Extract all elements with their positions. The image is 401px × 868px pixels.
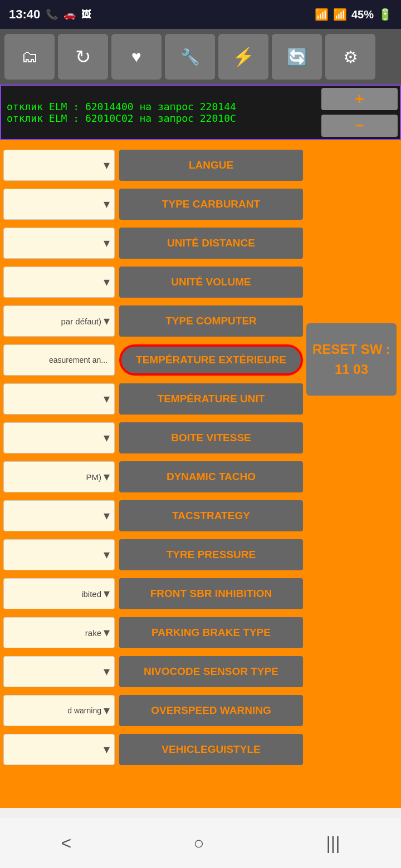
minus-button[interactable]: − [321,115,398,137]
signal-icon: 📶 [333,8,347,21]
side-column: RESET SW : 11 03 [303,146,398,769]
dropdown-front-sbr[interactable]: ibited ▾ [3,578,115,609]
call-icon: 📞 [46,8,58,21]
chevron-down-icon: ▾ [104,703,110,718]
vehicleguistyle-button[interactable]: VEHICLEGUISTYLE [119,734,303,765]
heart-button[interactable]: ♥ [111,34,162,80]
chevron-down-icon: ▾ [104,392,110,406]
battery-icon: 🔋 [378,8,392,21]
dropdown-dynamic-tacho[interactable]: PM) ▾ [3,461,115,492]
row-boite-vitesse: ▾ BOITE VITESSE [3,421,303,455]
nivocode-button[interactable]: NIVOCODE SENSOR TYPE [119,656,303,687]
unite-volume-button[interactable]: UNITÉ VOLUME [119,267,303,298]
row-tyre-pressure: ▾ TYRE PRESSURE [3,537,303,572]
status-bar: 13:40 📞 🚗 🖼 📶 📶 45% 🔋 [0,0,401,29]
main-area: ▾ LANGUE ▾ TYPE CARBURANT ▾ UNITÉ DISTAN… [0,140,401,808]
dropdown-unite-volume[interactable]: ▾ [3,267,115,298]
dropdown-parking-brake[interactable]: rake ▾ [3,617,115,648]
chevron-down-icon: ▾ [104,431,110,445]
time: 13:40 [9,7,40,22]
bookmark-button[interactable]: ⚡ [218,34,268,80]
wrench-button[interactable]: 🔧 [165,34,215,80]
chevron-down-icon: ▾ [104,470,110,484]
row-type-computer: par défaut) ▾ TYPE COMPUTER [3,304,303,338]
chevron-down-icon: ▾ [104,586,110,601]
type-carburant-button[interactable]: TYPE CARBURANT [119,189,303,220]
status-right: 📶 📶 45% 🔋 [315,8,392,21]
dropdown-unite-distance[interactable]: ▾ [3,228,115,259]
dropdown-boite-vitesse[interactable]: ▾ [3,422,115,453]
chevron-down-icon: ▾ [104,236,110,250]
refresh-button[interactable]: ↻ [58,34,108,80]
chevron-down-icon: ▾ [104,509,110,523]
log-side-buttons: + − [319,86,400,139]
dropdown-tyre-pressure[interactable]: ▾ [3,539,115,570]
chevron-down-icon: ▾ [104,275,110,289]
reset-sw-panel: RESET SW : 11 03 [306,323,397,396]
row-temperature-exterieure: easurement an... TEMPÉRATURE EXTÉRIEURE [3,343,303,377]
back-button[interactable]: < [45,827,89,859]
plus-button[interactable]: + [321,88,398,110]
row-vehicleguistyle: ▾ VEHICLEGUISTYLE [3,732,303,767]
row-type-carburant: ▾ TYPE CARBURANT [3,187,303,221]
image-icon: 🖼 [81,9,91,21]
dropdown-temperature-exterieure[interactable]: easurement an... [3,344,115,376]
dropdown-temperature-unit[interactable]: ▾ [3,383,115,415]
unite-distance-button[interactable]: UNITÉ DISTANCE [119,228,303,259]
temperature-unit-button[interactable]: TEMPÉRATURE UNIT [119,383,303,415]
chevron-down-icon: ▾ [104,625,110,640]
settings-container: ▾ LANGUE ▾ TYPE CARBURANT ▾ UNITÉ DISTAN… [0,146,401,769]
chevron-down-icon: ▾ [104,548,110,562]
battery-label: 45% [351,8,374,21]
home-button[interactable]: ○ [177,827,221,859]
tyre-pressure-button[interactable]: TYRE PRESSURE [119,539,303,570]
front-sbr-button[interactable]: FRONT SBR INHIBITION [119,578,303,609]
chevron-down-icon: ▾ [104,158,110,172]
rows-column: ▾ LANGUE ▾ TYPE CARBURANT ▾ UNITÉ DISTAN… [3,146,303,769]
overspeed-button[interactable]: OVERSPEED WARNING [119,695,303,726]
sync-button[interactable]: 🔄 [272,34,322,80]
row-dynamic-tacho: PM) ▾ DYNAMIC TACHO [3,460,303,494]
dropdown-type-computer[interactable]: par défaut) ▾ [3,305,115,337]
car-icon: 🚗 [63,8,76,21]
dropdown-vehicleguistyle[interactable]: ▾ [3,734,115,765]
toolbar: 🗂 ↻ ♥ 🔧 ⚡ 🔄 ⚙ [0,29,401,85]
boite-vitesse-button[interactable]: BOITE VITESSE [119,422,303,453]
chevron-down-icon: ▾ [104,742,110,757]
dropdown-type-carburant[interactable]: ▾ [3,189,115,220]
parking-brake-button[interactable]: PARKING BRAKE TYPE [119,617,303,648]
row-nivocode: ▾ NIVOCODE SENSOR TYPE [3,654,303,689]
dropdown-nivocode[interactable]: ▾ [3,656,115,687]
dropdown-langue[interactable]: ▾ [3,150,115,181]
chevron-down-icon: ▾ [104,197,110,211]
dynamic-tacho-button[interactable]: DYNAMIC TACHO [119,461,303,492]
row-langue: ▾ LANGUE [3,148,303,183]
status-left: 13:40 📞 🚗 🖼 [9,7,91,22]
row-unite-distance: ▾ UNITÉ DISTANCE [3,226,303,260]
row-overspeed: d warning ▾ OVERSPEED WARNING [3,693,303,728]
chevron-down-icon: ▾ [104,664,110,679]
row-temperature-unit: ▾ TEMPÉRATURE UNIT [3,382,303,416]
reset-sw-text: RESET SW : 11 03 [311,339,392,379]
chevron-down-icon: ▾ [104,314,110,328]
langue-button[interactable]: LANGUE [119,150,303,181]
settings-button[interactable]: ⚙ [325,34,375,80]
tacstrategy-button[interactable]: TACSTRATEGY [119,500,303,531]
wifi-icon: 📶 [315,8,329,21]
dropdown-tacstrategy[interactable]: ▾ [3,500,115,531]
row-tacstrategy: ▾ TACSTRATEGY [3,499,303,533]
folder-button[interactable]: 🗂 [4,34,55,80]
log-area: отклик ELM : 62014400 на запрос 220144 о… [0,85,401,140]
menu-button[interactable]: ||| [310,827,357,859]
row-front-sbr: ibited ▾ FRONT SBR INHIBITION [3,576,303,611]
row-unite-volume: ▾ UNITÉ VOLUME [3,265,303,299]
temperature-exterieure-button[interactable]: TEMPÉRATURE EXTÉRIEURE [119,344,303,376]
dropdown-overspeed[interactable]: d warning ▾ [3,695,115,726]
row-parking-brake: rake ▾ PARKING BRAKE TYPE [3,615,303,650]
bottom-nav: < ○ ||| [0,818,401,868]
type-computer-button[interactable]: TYPE COMPUTER [119,305,303,337]
